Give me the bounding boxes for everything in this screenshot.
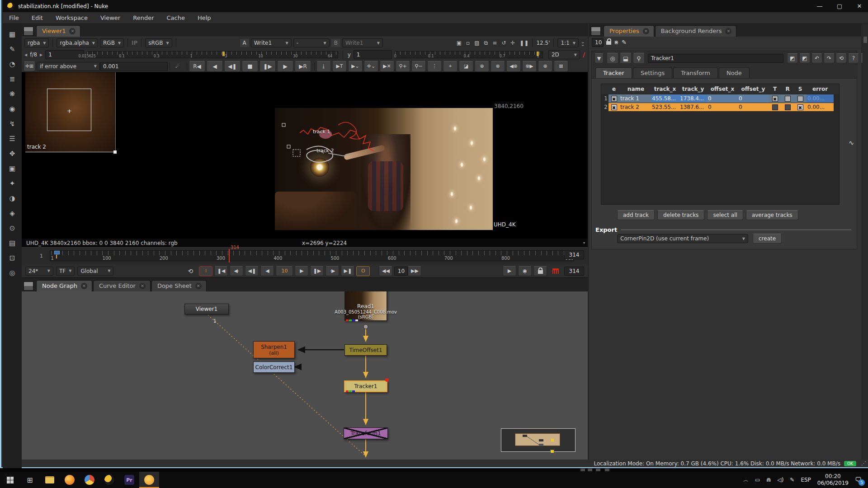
close-icon[interactable]: ✕ xyxy=(195,283,202,289)
task-view-icon[interactable]: ⊞ xyxy=(20,472,40,488)
volume-icon[interactable]: ◁) xyxy=(777,477,783,483)
menu-item[interactable]: Render xyxy=(127,14,160,21)
tab-viewer1[interactable]: Viewer1 ✕ xyxy=(36,25,80,37)
node-header-icon[interactable]: ⬓ xyxy=(620,53,632,64)
zoom-dropdown[interactable]: 1:1▼ xyxy=(557,38,578,47)
export-dropdown[interactable]: CornerPin2D (use current frame)▼ xyxy=(617,234,748,243)
close-icon[interactable]: ✕ xyxy=(81,283,87,289)
viewer-process-dropdown[interactable]: sRGB▼ xyxy=(145,38,172,47)
node-header-icon[interactable]: ⚲ xyxy=(633,53,645,64)
toolbar-icon[interactable]: ☰ xyxy=(5,132,19,145)
track-tool-icon[interactable]: ⊗▶ xyxy=(522,61,537,72)
toolbar-icon[interactable]: ◔ xyxy=(5,58,19,70)
tab-node[interactable]: Node xyxy=(719,67,750,78)
tab-curve-editor[interactable]: Curve Editor ✕ xyxy=(93,280,151,291)
display-channels-dropdown[interactable]: RGB▼ xyxy=(100,38,124,47)
transport-icon[interactable]: ❚▶ xyxy=(310,266,324,276)
a-input-dropdown[interactable]: Write1▼ xyxy=(251,38,292,47)
infobar-chevron-icon[interactable]: ▾ xyxy=(583,241,585,245)
timeline-ruler[interactable]: 1100200300400500600700800919 314 ⌄⌄ xyxy=(50,250,574,261)
select-all-button[interactable]: select all xyxy=(707,210,743,220)
toolbar-icon[interactable]: ▤ xyxy=(5,237,19,249)
enable-checkbox[interactable]: ✖ xyxy=(611,104,617,110)
show-error-icon[interactable]: ☄ xyxy=(172,61,184,71)
nuke-running-icon[interactable] xyxy=(139,472,159,488)
track-tool-icon[interactable]: ⊠ xyxy=(554,61,568,72)
node-read1[interactable]: Read1 A003_05051244_C008.mov (sRGB) xyxy=(344,291,387,321)
tray-chevron-icon[interactable]: ︿ xyxy=(743,476,749,484)
input-process-toggle[interactable]: IP xyxy=(132,40,137,46)
menu-item[interactable]: Edit xyxy=(25,14,49,21)
node-header-icon[interactable]: ◩ xyxy=(787,53,798,63)
node-name-field[interactable]: Tracker1 xyxy=(648,54,783,63)
range-end-field[interactable]: 314 xyxy=(564,250,584,259)
track-tool-icon[interactable]: ▶T xyxy=(332,61,347,72)
node-header-icon[interactable]: ↶ xyxy=(811,53,822,63)
lock-icon[interactable] xyxy=(606,39,611,46)
close-icon[interactable]: ✕ xyxy=(725,28,731,34)
view-mode-dropdown[interactable]: 2D▼ xyxy=(548,50,580,59)
tab-transform[interactable]: Transform xyxy=(673,67,718,78)
red-slash-icon[interactable]: ∕ xyxy=(583,51,585,58)
pane-menu-icon[interactable] xyxy=(24,282,33,291)
node-header-icon[interactable]: ◩ xyxy=(799,53,810,63)
toolbar-icon[interactable]: ✥ xyxy=(5,147,19,160)
chrome-icon[interactable] xyxy=(80,472,99,488)
create-button[interactable]: create xyxy=(753,234,782,244)
fps-value[interactable]: 12.5' xyxy=(536,40,550,46)
toolbar-icon[interactable]: ✦ xyxy=(5,177,19,189)
track-transport-icon[interactable]: ◀❚ xyxy=(224,61,241,72)
wipe-mode-dropdown[interactable]: -▼ xyxy=(293,38,330,47)
track-transport-icon[interactable]: R◀ xyxy=(189,61,205,72)
node-colorcorrect1[interactable]: ColorCorrect1 xyxy=(253,361,295,373)
track-transport-icon[interactable]: ❚▶ xyxy=(259,61,276,72)
menu-item[interactable]: Viewer xyxy=(94,14,127,21)
track-row[interactable]: 1 ✖ track 1 455.58... 1738.4... 0 0 ✖ 0.… xyxy=(601,94,839,103)
close-button[interactable]: ✕ xyxy=(849,0,868,12)
playhead[interactable]: 314 xyxy=(229,249,230,263)
clear-all-panels-icon[interactable]: ⋇ xyxy=(614,39,619,46)
track1-label[interactable]: track 1 xyxy=(313,129,330,135)
viewer-icon[interactable]: ≡ xyxy=(492,40,497,46)
menu-item[interactable]: Help xyxy=(191,14,217,21)
gain-label[interactable]: f/8 xyxy=(30,52,37,58)
gain-prev-icon[interactable]: ◀ xyxy=(24,53,27,57)
viewer-canvas[interactable]: + track 2 3840,2160 xyxy=(22,72,588,239)
tab-node-graph[interactable]: Node Graph ✕ xyxy=(36,280,92,291)
wifi-icon[interactable]: ⋒ xyxy=(766,477,771,483)
layer-dropdown[interactable]: rgba▼ xyxy=(24,38,49,47)
pen-icon[interactable]: ✎ xyxy=(790,477,794,483)
tab-background-renders[interactable]: Background Renders ✕ xyxy=(655,25,737,37)
track-name-cell[interactable]: track 2 xyxy=(619,103,651,111)
close-icon[interactable]: ✕ xyxy=(139,283,146,289)
toolbar-icon[interactable]: ↯ xyxy=(5,117,19,130)
track-row[interactable]: 2 ✖ track 2 523.55... 1387.6... 0 0 ✖ 0.… xyxy=(601,103,839,111)
firefox-icon[interactable] xyxy=(60,472,80,488)
start-button[interactable] xyxy=(0,472,20,488)
viewer-image[interactable]: track 1 track 2 xyxy=(275,108,493,230)
transport-icon[interactable]: ◀❚ xyxy=(245,266,259,276)
dock-handle[interactable] xyxy=(863,37,867,43)
track-y-cell[interactable]: 1387.6... xyxy=(679,103,707,111)
gain-next-icon[interactable]: ▶ xyxy=(40,53,42,57)
track-transport-icon[interactable]: ◀ xyxy=(207,61,223,72)
toolbar-icon[interactable]: ▣ xyxy=(5,162,19,174)
toolbar-icon[interactable]: ❋ xyxy=(5,88,19,100)
track-tool-icon[interactable]: ⭳ xyxy=(316,61,331,72)
transport-icon[interactable]: ◀· xyxy=(230,266,243,276)
track-transport-icon[interactable]: ▶ xyxy=(277,61,293,72)
close-icon[interactable]: ✕ xyxy=(69,28,75,34)
clock[interactable]: 00:20 06/06/2019 xyxy=(817,473,849,487)
battery-icon[interactable]: ▭ xyxy=(755,477,760,483)
t-checkbox[interactable] xyxy=(772,104,778,110)
s-checkbox[interactable] xyxy=(797,96,803,102)
track-x-cell[interactable]: 455.58... xyxy=(651,94,679,103)
viewer-icon[interactable]: ❚❚ xyxy=(519,40,528,46)
maximize-button[interactable]: ▢ xyxy=(830,0,849,12)
pane-menu-icon[interactable] xyxy=(24,27,33,36)
resize-grip[interactable]: ⋰ xyxy=(861,460,866,466)
track-name-cell[interactable]: track 1 xyxy=(619,94,651,103)
enable-checkbox[interactable]: ✖ xyxy=(611,96,617,102)
end-frame-field[interactable]: 314 xyxy=(564,267,584,276)
notifications-icon[interactable]: 🗨5 xyxy=(855,476,862,484)
